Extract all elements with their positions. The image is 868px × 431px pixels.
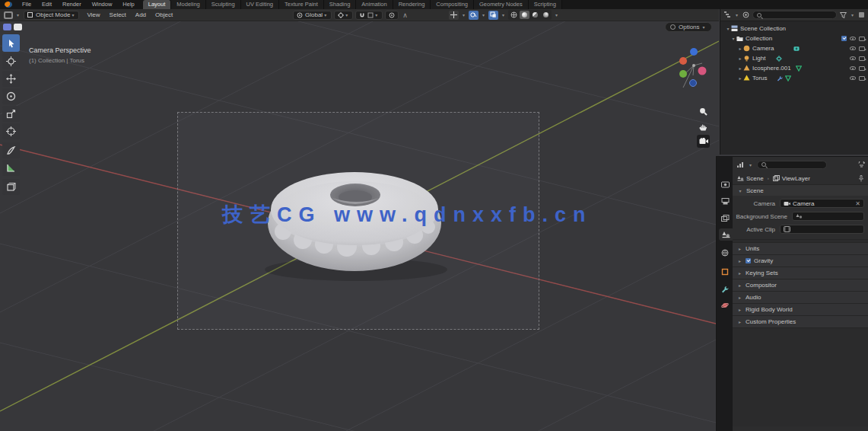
outliner-row-icosphere[interactable]: ▸ Icosphere.001 — [720, 63, 868, 73]
outliner-row-camera[interactable]: ▸ Camera — [720, 43, 868, 53]
menu-add[interactable]: Add — [131, 11, 151, 18]
proportional-editing-toggle[interactable] — [385, 11, 399, 20]
hide-in-viewport-icon[interactable] — [850, 56, 856, 60]
tab-scripting[interactable]: Scripting — [529, 0, 562, 9]
tool-add-cube[interactable] — [2, 179, 20, 195]
menu-edit[interactable]: Edit — [37, 0, 57, 9]
display-mode-icon[interactable] — [742, 11, 749, 18]
tab-geometry-nodes[interactable]: Geometry Nodes — [474, 0, 529, 9]
properties-tab-modifiers[interactable] — [719, 283, 731, 295]
hide-in-viewport-icon[interactable] — [850, 37, 856, 40]
editor-grid-icon[interactable] — [3, 24, 11, 30]
outliner-row-light[interactable]: ▸ Light — [720, 53, 868, 63]
tool-annotate[interactable] — [2, 142, 20, 158]
options-dropdown[interactable]: Options ▾ — [665, 22, 712, 32]
axis-gizmo[interactable] — [674, 41, 717, 104]
3d-viewport[interactable]: Options ▾ Camera Perspective (1) Collect… — [0, 21, 719, 431]
shading-solid-button[interactable] — [520, 11, 529, 19]
hide-in-viewport-icon[interactable] — [850, 46, 856, 50]
panel-compositor[interactable]: ▸Compositor — [733, 279, 868, 291]
tool-move[interactable] — [2, 71, 20, 87]
tool-measure[interactable] — [2, 160, 20, 176]
mode-dropdown[interactable]: Object Mode ▾ — [24, 11, 79, 20]
breadcrumb-view-layer[interactable]: ViewLayer — [773, 175, 810, 182]
tab-texture-paint[interactable]: Texture Paint — [279, 0, 324, 9]
menu-render[interactable]: Render — [57, 0, 87, 9]
menu-help[interactable]: Help — [117, 0, 139, 9]
camera-field-input[interactable]: Camera ✕ — [780, 199, 864, 208]
collection-exclude-checkbox[interactable] — [841, 36, 847, 41]
properties-tab-physics[interactable] — [719, 299, 731, 311]
pin-icon[interactable] — [858, 175, 864, 182]
navigation-gizmo[interactable] — [674, 41, 717, 163]
scene-panel-header[interactable]: ▾ Scene — [733, 184, 868, 196]
tool-cursor[interactable] — [2, 53, 20, 69]
properties-editor-icon[interactable] — [736, 161, 744, 168]
tab-layout[interactable]: Layout — [143, 0, 172, 9]
panel-units[interactable]: ▸Units — [733, 242, 868, 254]
outliner-row-scene-collection[interactable]: ▾ Scene Collection — [720, 24, 868, 34]
filter-icon[interactable] — [840, 12, 847, 18]
panel-keying-sets[interactable]: ▸Keying Sets — [733, 267, 868, 279]
disable-in-render-icon[interactable] — [859, 37, 865, 41]
tab-modeling[interactable]: Modeling — [171, 0, 205, 9]
falloff-icon[interactable]: ∧ — [402, 11, 408, 19]
breadcrumb-scene[interactable]: Scene — [737, 175, 764, 182]
panel-gravity[interactable]: ▸ Gravity — [733, 254, 868, 267]
camera-view-button[interactable] — [697, 135, 710, 148]
tab-shading[interactable]: Shading — [324, 0, 357, 9]
hide-in-viewport-icon[interactable] — [850, 76, 856, 80]
move-view-button[interactable] — [697, 120, 710, 133]
disable-in-render-icon[interactable] — [859, 76, 865, 81]
outliner-row-torus[interactable]: ▸ Torus — [720, 73, 868, 83]
show-gizmo-toggle[interactable] — [449, 11, 459, 20]
panel-custom-properties[interactable]: ▸Custom Properties — [733, 315, 868, 327]
disable-in-render-icon[interactable] — [859, 66, 865, 71]
tab-rendering[interactable]: Rendering — [393, 0, 431, 9]
transform-orientation-dropdown[interactable]: Global ▾ — [293, 11, 332, 20]
show-overlays-toggle[interactable] — [469, 11, 479, 20]
filter-options-icon[interactable] — [858, 161, 865, 168]
clear-camera-icon[interactable]: ✕ — [855, 200, 860, 207]
gravity-checkbox[interactable] — [746, 258, 751, 263]
outliner-row-collection[interactable]: ▾ Collection — [720, 34, 868, 43]
properties-tab-world[interactable] — [719, 247, 731, 259]
outliner-editor-icon[interactable] — [723, 11, 731, 18]
disable-in-render-icon[interactable] — [859, 46, 865, 51]
panel-audio[interactable]: ▸Audio — [733, 291, 868, 303]
pivot-point-dropdown[interactable]: ▾ — [334, 11, 353, 20]
background-scene-input[interactable] — [792, 212, 864, 221]
tool-rotate[interactable] — [2, 88, 20, 104]
menu-view[interactable]: View — [82, 11, 104, 18]
menu-select[interactable]: Select — [105, 11, 131, 18]
tab-sculpting[interactable]: Sculpting — [206, 0, 241, 9]
snap-controls[interactable]: ▾ — [355, 11, 383, 20]
menu-window[interactable]: Window — [87, 0, 118, 9]
tab-compositing[interactable]: Compositing — [431, 0, 474, 9]
tool-select-box[interactable] — [2, 34, 20, 52]
menu-file[interactable]: File — [17, 0, 37, 9]
menu-object[interactable]: Object — [151, 11, 177, 18]
tab-animation[interactable]: Animation — [356, 0, 393, 9]
tool-scale[interactable] — [2, 106, 20, 122]
hide-in-viewport-icon[interactable] — [850, 66, 856, 70]
editor-type-icon[interactable] — [4, 11, 13, 19]
xray-toggle[interactable] — [488, 11, 498, 20]
shading-rendered-button[interactable] — [541, 11, 551, 19]
tool-transform[interactable] — [2, 123, 20, 139]
outliner-options-icon[interactable] — [858, 11, 865, 18]
disable-in-render-icon[interactable] — [859, 56, 865, 61]
blender-logo-icon[interactable] — [5, 2, 12, 8]
tab-uv-editing[interactable]: UV Editing — [241, 0, 279, 9]
properties-tab-scene[interactable] — [719, 228, 733, 241]
properties-tab-render[interactable] — [719, 178, 731, 190]
shading-wireframe-button[interactable] — [509, 11, 519, 19]
zoom-view-button[interactable] — [697, 105, 710, 118]
properties-search-input[interactable] — [757, 161, 827, 169]
outliner-search-input[interactable] — [752, 11, 837, 19]
properties-tab-output[interactable] — [719, 195, 731, 207]
tool-settings-icon[interactable] — [14, 24, 22, 30]
panel-rigid-body-world[interactable]: ▸Rigid Body World — [733, 303, 868, 315]
properties-tab-object[interactable] — [719, 266, 731, 278]
shading-material-button[interactable] — [530, 11, 540, 19]
